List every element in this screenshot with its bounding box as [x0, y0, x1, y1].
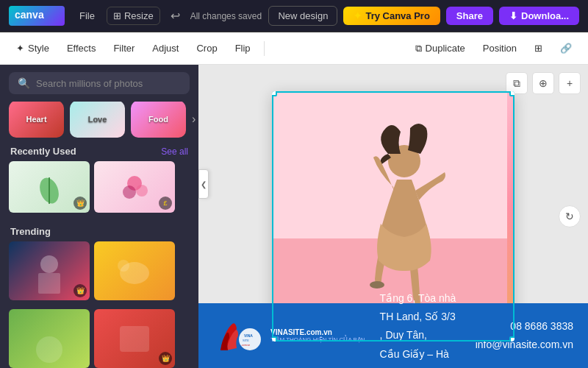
share-button[interactable]: Share [446, 7, 493, 25]
heart-chip-bg: Heart [9, 102, 64, 138]
recently-used-grid: 👑 £ [0, 161, 198, 220]
new-design-button[interactable]: New design [268, 6, 337, 26]
link-button[interactable]: 🔗 [553, 39, 579, 57]
svg-text:SITE: SITE [243, 339, 249, 342]
canvas-duplicate-button[interactable]: ⊕ [532, 72, 554, 94]
saved-status: All changes saved [190, 11, 263, 21]
category-chip-food[interactable]: Food [131, 102, 186, 138]
footer-phone: 08 8686 3838 [476, 317, 573, 336]
filter-button[interactable]: Filter [106, 39, 142, 57]
category-chip-heart[interactable]: Heart [9, 102, 64, 138]
crop-button[interactable]: Crop [189, 39, 224, 57]
footer-banner: VINA SITE .com.vn VINASITE.com.vn TIÊM T… [198, 303, 588, 368]
recently-used-header: Recently Used See all [0, 140, 198, 161]
vinasite-logo: VINA SITE .com.vn [213, 317, 265, 354]
category-chips-row: Heart Love Food › [0, 102, 198, 140]
position-label: Position [483, 43, 517, 54]
trending-2-content [94, 241, 175, 300]
grid-icon: ⊞ [534, 43, 542, 54]
resize-button[interactable]: ⊞ Resize [107, 7, 160, 25]
canva-pro-star-icon: ✦ [354, 10, 362, 21]
food-chip-bg: Food [131, 102, 186, 138]
trending-photo-4[interactable]: 👑 [94, 309, 175, 368]
grid-view-button[interactable]: ⊞ [527, 39, 550, 57]
logo-text-area: VINASITE.com.vn TIÊM THOÁNG HIỆN TÌN CỦA… [270, 328, 365, 343]
svg-point-5 [123, 185, 136, 199]
trending-grid: 👑 [0, 241, 198, 368]
adjust-label: Adjust [152, 43, 179, 54]
category-next-arrow[interactable]: › [192, 102, 196, 138]
category-chip-love[interactable]: Love [70, 102, 125, 138]
effects-button[interactable]: Effects [60, 39, 104, 57]
resize-label: Resize [124, 10, 154, 21]
svg-point-6 [40, 255, 58, 273]
duplicate-icon: ⧉ [415, 43, 422, 54]
trending-header: Trending [0, 220, 198, 241]
trending-photo-2[interactable] [94, 241, 175, 300]
image-toolbar: ✦ Style Effects Filter Adjust Crop Flip … [0, 32, 588, 65]
brand-logo: canva [9, 6, 65, 26]
try-canva-pro-button[interactable]: ✦ Try Canva Pro [343, 7, 440, 25]
canvas-refresh-button[interactable]: ↻ [559, 205, 581, 227]
search-box[interactable]: 🔍 [9, 72, 190, 94]
top-navigation: canva File ⊞ Resize ↩ All changes saved … [0, 0, 588, 32]
footer-contact: Tầng 6, Tòa nhà TH Land, Số 3/3 , Duy Tâ… [380, 289, 461, 368]
svg-text:VINA: VINA [244, 333, 253, 338]
style-label: Style [28, 43, 49, 54]
svg-point-10 [36, 336, 62, 363]
undo-button[interactable]: ↩ [166, 9, 184, 23]
svg-point-4 [136, 185, 148, 197]
trending-photo-3[interactable] [9, 309, 90, 368]
sidebar-collapse-toggle[interactable]: ❮ [198, 169, 209, 199]
footer-logo-area: VINA SITE .com.vn VINASITE.com.vn TIÊM T… [213, 317, 365, 354]
footer-address-2: Cầu Giấy – Hà Nội [380, 345, 461, 368]
duplicate-button[interactable]: ⧉ Duplicate [408, 39, 473, 58]
heart-chip-label: Heart [26, 115, 46, 124]
footer-email: info@vinasite.com.vn [476, 336, 573, 354]
footer-address-1: Tầng 6, Tòa nhà TH Land, Số 3/3 , Duy Tâ… [380, 289, 461, 345]
recent-photo-2-badge: £ [159, 197, 172, 210]
link-icon: 🔗 [560, 43, 572, 54]
crop-label: Crop [196, 43, 217, 54]
trending-photo-1[interactable]: 👑 [9, 241, 90, 300]
flip-label: Flip [235, 43, 251, 54]
search-input[interactable] [36, 78, 181, 89]
file-menu[interactable]: File [74, 7, 101, 24]
adjust-button[interactable]: Adjust [145, 39, 186, 57]
refresh-icon: ↻ [565, 210, 574, 222]
download-label: Downloa... [521, 10, 569, 21]
resize-icon: ⊞ [113, 10, 121, 21]
canvas-add-button[interactable]: + [559, 72, 581, 94]
vinasite-logo-text: VINASITE.com.vn [270, 328, 365, 336]
svg-point-17 [370, 281, 384, 289]
collapse-icon: ❮ [201, 180, 207, 188]
try-canva-pro-label: Try Canva Pro [365, 10, 429, 21]
food-chip-label: Food [148, 115, 168, 124]
duplicate-label: Duplicate [426, 43, 465, 54]
recent-photo-1[interactable]: 👑 [9, 161, 90, 213]
sidebar-search-area: 🔍 [0, 65, 198, 102]
style-icon: ✦ [16, 43, 24, 54]
recent-photo-2[interactable]: £ [94, 161, 175, 213]
trending-3-content [9, 309, 90, 368]
download-button[interactable]: ⬇ Downloa... [499, 7, 579, 25]
canvas-area: ⧉ ⊕ + ↻ [198, 65, 588, 368]
svg-text:.com.vn: .com.vn [241, 344, 250, 347]
style-button[interactable]: ✦ Style [9, 39, 57, 57]
main-layout: 🔍 Heart Love Food › [0, 65, 588, 368]
sidebar: 🔍 Heart Love Food › [0, 65, 198, 368]
recently-used-see-all[interactable]: See all [161, 146, 188, 157]
recently-used-title: Recently Used [10, 146, 76, 157]
flip-button[interactable]: Flip [228, 39, 258, 57]
effects-label: Effects [67, 43, 96, 54]
trending-1-badge: 👑 [74, 284, 87, 297]
trending-title: Trending [10, 226, 51, 237]
love-chip-label: Love [88, 115, 107, 124]
svg-rect-7 [38, 273, 60, 294]
toolbar-right-actions: ⧉ Duplicate Position ⊞ 🔗 [408, 39, 579, 58]
canvas-controls-top: ⧉ ⊕ + [506, 72, 581, 94]
svg-point-9 [118, 260, 129, 272]
position-button[interactable]: Position [476, 39, 524, 57]
recent-photo-1-badge: 👑 [74, 197, 87, 210]
vinasite-tagline: TIÊM THOÁNG HIỆN TÌN CỦA BẠN [270, 336, 365, 343]
